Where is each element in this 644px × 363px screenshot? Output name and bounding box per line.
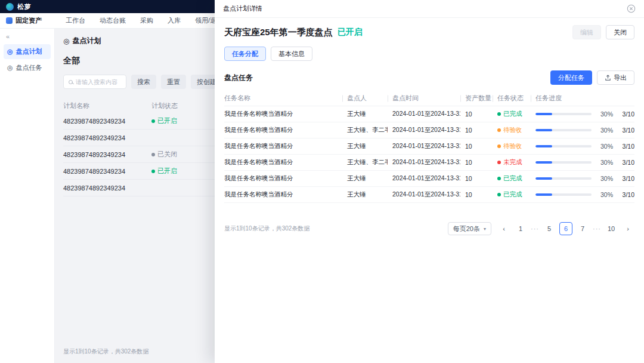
progress-percent: 30% bbox=[596, 143, 613, 150]
task-table-body: 我是任务名称噢当酒精分 王大锤 2024-01-01至2024-13-31 10… bbox=[224, 106, 634, 203]
plan-name-cell: 48239874892349234 bbox=[63, 184, 151, 192]
task-count-cell: 10 bbox=[460, 143, 493, 150]
plan-status-badge: 已开启 bbox=[338, 27, 363, 38]
task-status-cell: 已完成 bbox=[493, 190, 531, 199]
plan-name-cell: 48239874892349234 bbox=[63, 168, 151, 175]
module-switcher[interactable]: 固定资产 bbox=[0, 16, 55, 25]
edit-button[interactable]: 编辑 bbox=[572, 25, 601, 39]
nav-item[interactable]: 工作台 bbox=[58, 16, 92, 25]
tab-task-assignment[interactable]: 任务分配 bbox=[224, 47, 266, 61]
plan-detail-drawer: 盘点计划详情 天府宝座25年第一季度盘点 已开启 编辑 关闭 任务分配基本信息 … bbox=[215, 0, 644, 363]
progress-percent: 30% bbox=[596, 191, 613, 198]
task-count-cell: 10 bbox=[460, 127, 493, 134]
progress-bar bbox=[535, 113, 592, 115]
task-table: 任务名称 盘点人 盘点时间 资产数量 任务状态 任务进度 我是任务名称噢当酒精分… bbox=[224, 91, 634, 203]
task-row[interactable]: 我是任务名称噢当酒精分 王大锤 2024-01-01至2024-13-31 10… bbox=[224, 187, 634, 203]
sidebar: « ◎ 盘点计划 ◎ 盘点任务 bbox=[0, 29, 55, 363]
chevron-down-icon: ▾ bbox=[484, 226, 486, 232]
pagination-next[interactable]: › bbox=[621, 222, 634, 235]
records-summary: 显示1到10条记录，共302条数据 bbox=[63, 347, 148, 356]
task-status-cell: 未完成 bbox=[493, 158, 531, 167]
pagination-page-5[interactable]: 5 bbox=[543, 222, 556, 235]
pagination-page-7[interactable]: 7 bbox=[576, 222, 589, 235]
status-dot-icon bbox=[497, 177, 501, 180]
task-person-cell: 王大锤、李二毛 bbox=[342, 158, 388, 167]
task-row[interactable]: 我是任务名称噢当酒精分 王大锤 2024-01-01至2024-13-31 10… bbox=[224, 139, 634, 155]
status-dot-icon bbox=[497, 193, 501, 196]
plan-name-cell: 48239874892349234 bbox=[63, 151, 151, 158]
sidebar-item[interactable]: ◎ 盘点任务 bbox=[4, 60, 51, 75]
search-input[interactable] bbox=[76, 79, 121, 85]
export-button[interactable]: 导出 bbox=[597, 70, 634, 85]
task-row[interactable]: 我是任务名称噢当酒精分 王大锤 2024-01-01至2024-13-31 10… bbox=[224, 171, 634, 187]
section-title: 盘点任务 bbox=[224, 73, 253, 83]
task-name-cell: 我是任务名称噢当酒精分 bbox=[224, 126, 342, 134]
nav-item[interactable]: 动态台账 bbox=[92, 16, 133, 25]
target-icon: ◎ bbox=[7, 64, 13, 72]
plan-page-icon: ◎ bbox=[63, 37, 69, 45]
pagination-page-10[interactable]: 10 bbox=[605, 222, 618, 235]
task-status-cell: 已完成 bbox=[493, 110, 531, 118]
task-time-cell: 2024-01-01至2024-13-31 bbox=[388, 158, 460, 167]
target-icon: ◎ bbox=[7, 48, 13, 56]
status-dot-icon bbox=[151, 153, 155, 156]
column-task-time: 盘点时间 bbox=[388, 94, 460, 103]
pagination-prev[interactable]: ‹ bbox=[497, 222, 510, 235]
assign-task-button[interactable]: 分配任务 bbox=[550, 70, 592, 85]
pagination: 每页20条 ▾ ‹1···567···10› bbox=[448, 222, 634, 235]
task-row[interactable]: 我是任务名称噢当酒精分 王大锤、李二毛 2024-01-01至2024-13-3… bbox=[224, 155, 634, 171]
drawer-body: 天府宝座25年第一季度盘点 已开启 编辑 关闭 任务分配基本信息 盘点任务 分配… bbox=[215, 18, 644, 363]
screen: 松萝 固定资产 工作台动态台账采购入库领用/退库借用 « ◎ 盘点计划 ◎ 盘点… bbox=[0, 0, 644, 363]
task-person-cell: 王大锤 bbox=[342, 190, 388, 199]
plan-name-cell: 48239874892349234 bbox=[63, 134, 151, 141]
task-progress-cell: 30% 3/10 bbox=[531, 191, 634, 198]
task-progress-cell: 30% 3/10 bbox=[531, 127, 634, 134]
progress-percent: 30% bbox=[596, 127, 613, 134]
nav-item[interactable]: 入库 bbox=[160, 16, 188, 25]
progress-bar bbox=[535, 145, 592, 147]
column-task-progress: 任务进度 bbox=[531, 94, 634, 103]
pagination-page-6[interactable]: 6 bbox=[559, 222, 572, 235]
task-status-cell: 已完成 bbox=[493, 174, 531, 183]
nav-item[interactable]: 采购 bbox=[133, 16, 160, 25]
close-icon[interactable] bbox=[627, 4, 636, 13]
column-task-status: 任务状态 bbox=[493, 94, 531, 103]
records-summary: 显示1到10条记录，共302条数据 bbox=[224, 224, 309, 233]
task-progress-cell: 30% 3/10 bbox=[531, 175, 634, 182]
plan-title-row: 天府宝座25年第一季度盘点 已开启 编辑 关闭 bbox=[224, 25, 634, 39]
search-button[interactable]: 搜索 bbox=[131, 75, 156, 89]
close-plan-button[interactable]: 关闭 bbox=[606, 25, 634, 39]
progress-bar bbox=[535, 177, 592, 180]
plan-name-cell: 48239874892349234 bbox=[63, 118, 151, 125]
column-task-name: 任务名称 bbox=[224, 94, 342, 103]
task-row[interactable]: 我是任务名称噢当酒精分 王大锤、李二毛 2024-01-01至2024-13-3… bbox=[224, 122, 634, 139]
sidebar-item[interactable]: ◎ 盘点计划 bbox=[4, 44, 51, 59]
column-task-count: 资产数量 bbox=[460, 94, 493, 103]
brand-logo-icon bbox=[6, 3, 14, 11]
progress-fraction: 3/10 bbox=[618, 191, 634, 198]
progress-fraction: 3/10 bbox=[618, 159, 634, 166]
status-dot-icon bbox=[497, 161, 501, 164]
brand-name: 松萝 bbox=[17, 2, 32, 11]
task-section-header: 盘点任务 分配任务 导出 bbox=[224, 70, 634, 85]
reset-button[interactable]: 重置 bbox=[161, 75, 186, 89]
task-person-cell: 王大锤 bbox=[342, 110, 388, 118]
export-icon bbox=[605, 75, 611, 81]
task-time-cell: 2024-01-01至2024-13-31 bbox=[388, 174, 460, 183]
task-progress-cell: 30% 3/10 bbox=[531, 110, 634, 118]
status-dot-icon bbox=[497, 144, 501, 148]
task-name-cell: 我是任务名称噢当酒精分 bbox=[224, 142, 342, 150]
drawer-title: 盘点计划详情 bbox=[223, 4, 262, 13]
task-time-cell: 2024-01-01至2024-13-31 bbox=[388, 126, 460, 134]
progress-fraction: 3/10 bbox=[618, 110, 634, 118]
pagination-page-1[interactable]: 1 bbox=[514, 222, 527, 235]
plan-status-cell: 已开启 bbox=[151, 167, 177, 176]
module-icon bbox=[6, 17, 13, 24]
collapse-sidebar-icon[interactable]: « bbox=[0, 29, 54, 43]
task-count-cell: 10 bbox=[460, 110, 493, 118]
page-title: 盘点计划 bbox=[72, 36, 101, 46]
task-row[interactable]: 我是任务名称噢当酒精分 王大锤 2024-01-01至2024-13-31 10… bbox=[224, 106, 634, 122]
tab-basic-info[interactable]: 基本信息 bbox=[271, 47, 312, 61]
progress-bar bbox=[535, 193, 592, 196]
page-size-select[interactable]: 每页20条 ▾ bbox=[448, 222, 491, 235]
